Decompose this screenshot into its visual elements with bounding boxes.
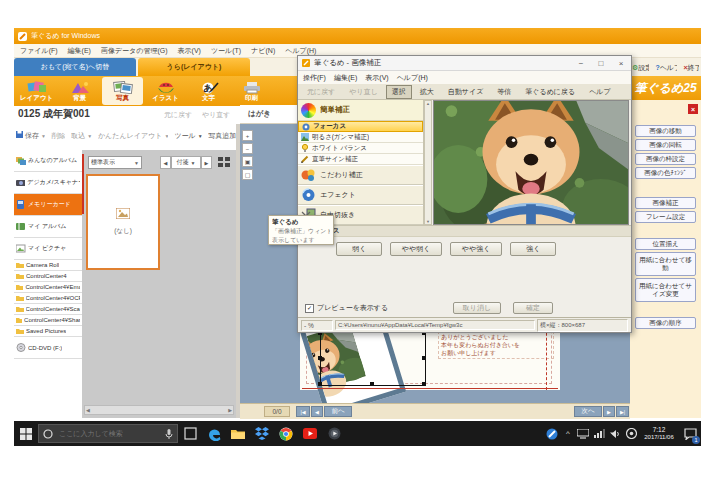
- fusen-next-button[interactable]: ▶: [201, 156, 212, 169]
- correction-item-white-balance[interactable]: ホワイト バランス: [298, 143, 423, 154]
- mic-icon[interactable]: [165, 429, 173, 439]
- sidebar-item-camera-roll[interactable]: Camera Roll: [14, 260, 82, 271]
- correction-list-scrollbar[interactable]: ▲ ▼: [424, 100, 432, 225]
- exit-button[interactable]: ×終了: [683, 63, 699, 73]
- redo-button[interactable]: やり直す: [202, 110, 231, 120]
- dialog-menu-help[interactable]: ヘルプ(H): [397, 73, 428, 83]
- dialog-select-button[interactable]: 選択: [386, 85, 412, 99]
- prev-page-icon-button[interactable]: ◀: [311, 406, 323, 417]
- panel-button-resize-to-paper[interactable]: 用紙に合わせてサイズ変更: [635, 278, 696, 302]
- close-icon[interactable]: ×: [613, 59, 629, 68]
- notification-center-button[interactable]: 1: [679, 421, 701, 446]
- tray-chevron-button[interactable]: ^: [561, 421, 575, 446]
- menu-tool[interactable]: ツール(T): [211, 46, 241, 56]
- selection-box[interactable]: [320, 331, 426, 386]
- next-page-button[interactable]: 次へ: [574, 406, 602, 417]
- sidebar-item-my-pictures[interactable]: マイ ピクチャ: [14, 238, 82, 260]
- media-player-button[interactable]: [322, 421, 346, 446]
- selection-handle[interactable]: [318, 382, 322, 386]
- taskbar-clock[interactable]: 7:12 2017/11/06: [639, 426, 679, 442]
- taskbar-search[interactable]: [38, 424, 178, 443]
- tab-front-switch[interactable]: おもて(宛て名)へ切替: [14, 58, 136, 76]
- view-mode-select[interactable]: 標準表示▼: [88, 156, 142, 169]
- tray-volume-button[interactable]: [607, 421, 623, 446]
- zoom-in-button[interactable]: +: [242, 130, 253, 141]
- menu-edit[interactable]: 編集(E): [68, 46, 91, 56]
- dialog-actual-size-button[interactable]: 等倍: [491, 85, 517, 99]
- dropbox-button[interactable]: [250, 421, 274, 446]
- dialog-menu-edit[interactable]: 編集(E): [334, 73, 357, 83]
- first-page-button[interactable]: |◀: [296, 406, 310, 417]
- tool-background[interactable]: 背景: [59, 77, 100, 105]
- sidebar-item-controlcenter4-sharepoint[interactable]: ControlCenter4¥SharePoint: [14, 315, 82, 326]
- panel-button-align-position[interactable]: 位置揃え: [635, 238, 696, 250]
- panel-button-move-to-paper[interactable]: 用紙に合わせて移動: [635, 252, 696, 276]
- dialog-menu-view[interactable]: 表示(V): [365, 73, 388, 83]
- photo-placeholder-card[interactable]: (なし): [86, 174, 160, 270]
- selection-handle[interactable]: [318, 356, 322, 360]
- easy-layout-button[interactable]: かんたんレイアウト ▼: [98, 131, 169, 141]
- fusen-select[interactable]: 付箋▼: [171, 156, 201, 169]
- task-view-button[interactable]: [178, 421, 202, 446]
- sidebar-item-controlcenter4-ocr[interactable]: ControlCenter4¥OCR: [14, 293, 82, 304]
- preview-checkbox[interactable]: ✓ プレビューを表示する: [305, 303, 388, 313]
- tray-network-button[interactable]: [591, 421, 607, 446]
- tool-print[interactable]: 印刷: [231, 77, 272, 105]
- dialog-redo-button[interactable]: やり直し: [343, 85, 384, 99]
- prev-page-button[interactable]: 前へ: [324, 406, 352, 417]
- cancel-button[interactable]: 取り消し: [453, 302, 501, 314]
- zoom-fit-button[interactable]: ▣: [242, 156, 253, 167]
- panel-button-image-order[interactable]: 画像の順序: [635, 317, 696, 329]
- tray-ime-button[interactable]: [623, 421, 639, 446]
- undo-button[interactable]: 元に戻す: [164, 110, 192, 120]
- sidebar-item-memory-card[interactable]: メモリーカード: [14, 194, 82, 216]
- dialog-undo-button[interactable]: 元に戻す: [301, 85, 341, 99]
- tray-display-button[interactable]: [575, 421, 591, 446]
- dialog-help-button[interactable]: ヘルプ: [583, 85, 617, 99]
- menu-file[interactable]: ファイル(F): [20, 46, 58, 56]
- chrome-button[interactable]: [274, 421, 298, 446]
- focus-slightly-weak-button[interactable]: やや弱く: [390, 242, 442, 256]
- help-button[interactable]: ?ヘルプ: [655, 63, 677, 73]
- search-input[interactable]: [57, 429, 161, 438]
- selection-handle[interactable]: [370, 382, 374, 386]
- focus-weak-button[interactable]: 弱く: [336, 242, 382, 256]
- edge-button[interactable]: [202, 421, 226, 446]
- sidebar-item-my-album[interactable]: マイ アルバム: [14, 216, 82, 238]
- youtube-button[interactable]: [298, 421, 322, 446]
- panel-button-rotate-image[interactable]: 画像の回転: [635, 139, 696, 151]
- selection-handle[interactable]: [422, 382, 426, 386]
- correction-item-brightness[interactable]: 明るさ(ガンマ補正): [298, 132, 423, 143]
- panel-button-color-change[interactable]: 画像の色ﾁｪﾝｼﾞ: [635, 167, 696, 179]
- selection-handle[interactable]: [422, 356, 426, 360]
- sidebar-item-saved-pictures[interactable]: Saved Pictures: [14, 326, 82, 337]
- add-photo-button[interactable]: 写真追加: [208, 131, 236, 141]
- menu-view[interactable]: 表示(V): [178, 46, 201, 56]
- confirm-button[interactable]: 確定: [513, 302, 553, 314]
- dialog-return-button[interactable]: 筆ぐるめに戻る: [519, 85, 581, 99]
- zoom-page-button[interactable]: ▢: [242, 169, 253, 180]
- correction-item-advanced[interactable]: こだわり補正: [298, 165, 423, 185]
- sidebar-item-cd-dvd[interactable]: CD-DVD (F:): [14, 337, 82, 359]
- last-page-button[interactable]: ▶|: [616, 406, 629, 417]
- next-page-icon-button[interactable]: ▶: [603, 406, 615, 417]
- greeting-text-block[interactable]: ありがとうございました 本年も変わらぬお付き合いを お願い申し上げます: [438, 331, 554, 359]
- fusen-prev-button[interactable]: ◀: [160, 156, 171, 169]
- menu-navi[interactable]: ナビ(N): [251, 46, 275, 56]
- delete-button[interactable]: 削除: [51, 131, 65, 141]
- maximize-icon[interactable]: □: [593, 59, 609, 68]
- correction-item-signature[interactable]: 直筆サイン補正: [298, 154, 423, 165]
- import-button[interactable]: 取込 ▼: [71, 131, 92, 141]
- menu-image-data[interactable]: 画像データの管理(G): [101, 46, 168, 56]
- tool-menu-button[interactable]: ツール ▼: [174, 131, 202, 141]
- tray-app-button[interactable]: [543, 421, 561, 446]
- tab-back-layout[interactable]: うら(レイアウト): [138, 58, 250, 76]
- photo-list-scrollbar[interactable]: ◀ ▶: [84, 405, 234, 415]
- focus-slightly-strong-button[interactable]: やや強く: [450, 242, 502, 256]
- panel-button-frame-design[interactable]: フレーム設定: [635, 211, 696, 223]
- tool-illustration[interactable]: イラスト: [145, 77, 186, 105]
- menu-help[interactable]: ヘルプ(H): [285, 46, 316, 56]
- sidebar-item-controlcenter4[interactable]: ControlCenter4: [14, 271, 82, 282]
- file-explorer-button[interactable]: [226, 421, 250, 446]
- panel-button-image-correction[interactable]: 画像補正: [635, 197, 696, 209]
